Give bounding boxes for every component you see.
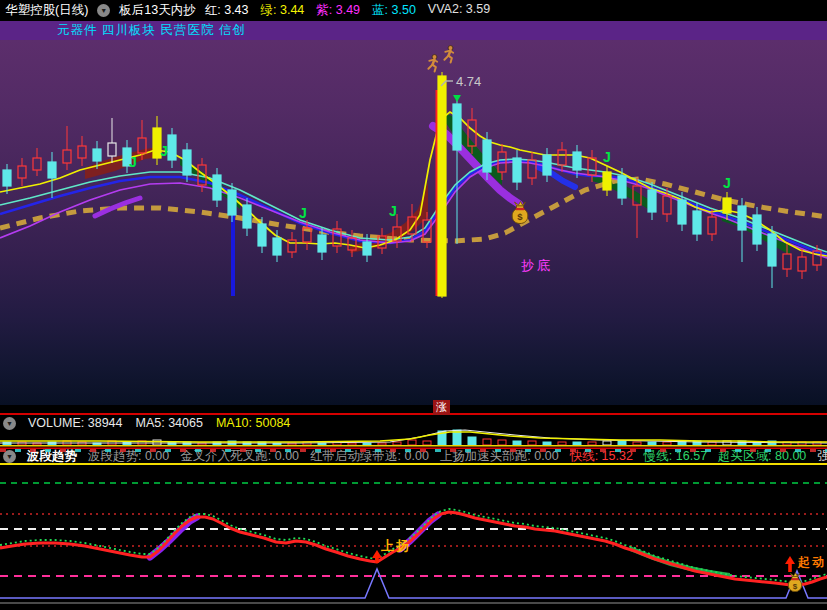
- signal-label: 上扬: [381, 538, 411, 553]
- candle: [168, 128, 176, 168]
- volume-bar: [378, 443, 386, 445]
- candle: [768, 226, 776, 288]
- volume-bar: [348, 443, 356, 445]
- j-signal-marker: J: [723, 175, 731, 191]
- candle: [78, 136, 86, 166]
- volume-bar: [408, 440, 416, 445]
- volume-bar: [528, 441, 536, 445]
- candle: [453, 96, 461, 244]
- volume-pane[interactable]: ▼ VOLUME: 38944MA5: 34065MA10: 50084: [0, 415, 827, 449]
- collapse-icon[interactable]: ▼: [97, 4, 110, 17]
- svg-text:$: $: [517, 211, 523, 222]
- volume-bar: [573, 442, 581, 445]
- j-signal-marker: J: [389, 203, 397, 219]
- candle: [213, 168, 221, 207]
- volume-bar: [468, 437, 476, 445]
- stock-title: 华塑控股(日线): [5, 2, 88, 19]
- candle: [558, 142, 566, 172]
- buy-arrow-icon: [785, 556, 795, 572]
- indicator-values: 红: 3.43绿: 3.44紫: 3.49蓝: 3.50VVA2: 3.59: [205, 2, 490, 19]
- fast-line: [0, 512, 827, 585]
- candle: [33, 148, 41, 176]
- candle: [543, 148, 551, 182]
- volume-bar: [393, 442, 401, 445]
- candle: [528, 152, 536, 185]
- signal-label: 起动: [797, 555, 826, 569]
- sector-list-label: 元器件 四川板块 民营医院 信创: [57, 22, 246, 39]
- svg-text:$: $: [793, 582, 798, 591]
- zhang-flag-badge: 涨: [433, 400, 450, 415]
- volume-bar: [648, 442, 656, 445]
- sector-bar[interactable]: 元器件 四川板块 民营医院 信创: [0, 21, 827, 40]
- candle: [753, 207, 761, 251]
- collapse-icon[interactable]: ▼: [3, 417, 16, 430]
- candle: [108, 118, 116, 163]
- chaodi-label: 抄底: [521, 258, 553, 273]
- indicator-value: 紫: 3.49: [316, 2, 360, 19]
- volume-bar: [483, 439, 491, 445]
- candle: [738, 198, 746, 262]
- sell-triangle-icon: [453, 95, 461, 102]
- volume-header: ▼ VOLUME: 38944MA5: 34065MA10: 50084: [3, 416, 290, 430]
- indicator-value: 蓝: 3.50: [372, 2, 416, 19]
- pane-separator: 涨: [0, 405, 827, 415]
- green-band-fill: [630, 546, 730, 578]
- j-signal-marker: J: [299, 205, 307, 221]
- candle: [333, 221, 341, 253]
- candle: [438, 72, 446, 298]
- band-trend-indicator-pane[interactable]: 上扬起动$: [0, 465, 827, 602]
- bottom-divider: [0, 602, 827, 610]
- runner-icon: [444, 46, 453, 63]
- volume-bar: [588, 442, 596, 445]
- candle: [183, 143, 191, 182]
- candle: [618, 168, 626, 205]
- volume-bar: [513, 441, 521, 445]
- volume-stat-label: MA10: 50084: [216, 416, 290, 430]
- runner-icon: [428, 55, 437, 72]
- volume-bar: [423, 441, 431, 445]
- candle: [633, 178, 641, 238]
- volume-bar: [558, 442, 566, 445]
- title-bar: 华塑控股(日线) ▼ 板后13天内抄 红: 3.43绿: 3.44紫: 3.49…: [0, 0, 827, 21]
- main-candlestick-chart[interactable]: JJJJJJ4.74$抄底: [0, 40, 827, 405]
- volume-bar: [663, 442, 671, 445]
- volume-bar: [543, 442, 551, 445]
- volume-labels: VOLUME: 38944MA5: 34065MA10: 50084: [28, 416, 290, 430]
- peak-price-label: 4.74: [456, 74, 481, 89]
- volume-bar: [618, 441, 626, 445]
- j-signal-marker: J: [129, 154, 137, 170]
- volume-bar: [363, 443, 371, 445]
- candle: [288, 232, 296, 258]
- stock-app-window: 华塑控股(日线) ▼ 板后13天内抄 红: 3.43绿: 3.44紫: 3.49…: [0, 0, 827, 610]
- candle: [603, 166, 611, 196]
- candle: [63, 126, 71, 170]
- indicator-value: VVA2: 3.59: [428, 2, 490, 19]
- indicator-value: 绿: 3.44: [261, 2, 305, 19]
- candle: [243, 198, 251, 236]
- volume-stat-label: MA5: 34065: [136, 416, 203, 430]
- candle: [18, 158, 26, 186]
- indicator-name-label: 板后13天内抄: [119, 2, 195, 19]
- j-signal-marker: J: [160, 143, 168, 159]
- mini-signal-strip: [0, 449, 827, 452]
- volume-bar: [498, 440, 506, 445]
- candle: [513, 150, 521, 190]
- volume-bar: [603, 441, 611, 445]
- j-signal-marker: J: [603, 149, 611, 165]
- candle: [798, 249, 806, 279]
- volume-bar: [633, 442, 641, 445]
- indicator-value: 红: 3.43: [205, 2, 249, 19]
- volume-stat-label: VOLUME: 38944: [28, 416, 123, 430]
